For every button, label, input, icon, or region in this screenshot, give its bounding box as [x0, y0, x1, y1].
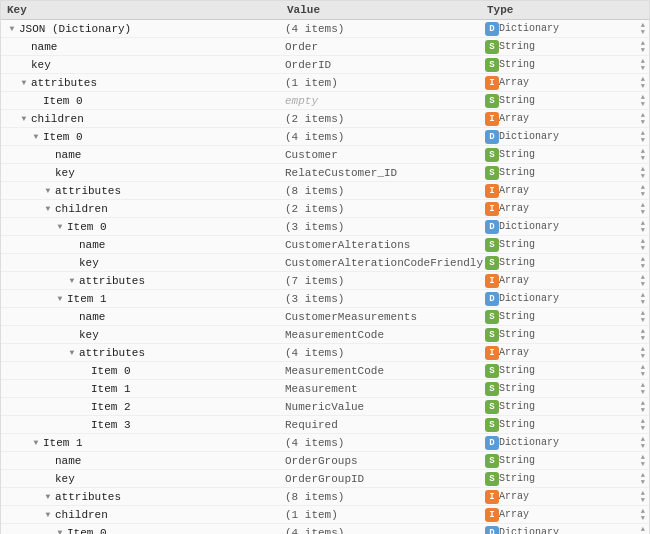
stepper[interactable]: ▲▼ [641, 58, 645, 72]
type-cell-inner: SString▲▼ [485, 166, 649, 180]
value-cell: CustomerAlterationCodeFriendly [281, 257, 481, 269]
type-cell: SString▲▼ [481, 454, 649, 468]
stepper-down[interactable]: ▼ [641, 245, 645, 252]
stepper-down[interactable]: ▼ [641, 461, 645, 468]
stepper[interactable]: ▲▼ [641, 436, 645, 450]
expand-icon[interactable]: ▼ [31, 438, 41, 448]
type-label: Dictionary [499, 131, 559, 142]
stepper[interactable]: ▲▼ [641, 112, 645, 126]
stepper[interactable]: ▲▼ [641, 238, 645, 252]
expand-icon[interactable]: ▼ [55, 222, 65, 232]
stepper-down[interactable]: ▼ [641, 281, 645, 288]
stepper[interactable]: ▲▼ [641, 166, 645, 180]
stepper-down[interactable]: ▼ [641, 443, 645, 450]
key-cell: Item 1 [1, 383, 281, 395]
expand-icon[interactable]: ▼ [43, 186, 53, 196]
stepper[interactable]: ▲▼ [641, 310, 645, 324]
expand-icon[interactable]: ▼ [43, 204, 53, 214]
stepper-down[interactable]: ▼ [641, 155, 645, 162]
stepper[interactable]: ▲▼ [641, 148, 645, 162]
expand-icon[interactable]: ▼ [7, 24, 17, 34]
stepper[interactable]: ▲▼ [641, 274, 645, 288]
table-row: ▼Item 1(3 items)DDictionary▲▼ [1, 290, 649, 308]
stepper[interactable]: ▲▼ [641, 382, 645, 396]
stepper[interactable]: ▲▼ [641, 256, 645, 270]
type-cell-inner: SString▲▼ [485, 58, 649, 72]
stepper-down[interactable]: ▼ [641, 83, 645, 90]
stepper-down[interactable]: ▼ [641, 191, 645, 198]
expand-icon[interactable]: ▼ [31, 132, 41, 142]
stepper-down[interactable]: ▼ [641, 353, 645, 360]
stepper-down[interactable]: ▼ [641, 497, 645, 504]
expand-icon[interactable]: ▼ [67, 348, 77, 358]
expand-icon[interactable]: ▼ [55, 294, 65, 304]
table-row: ▼children(1 item)IArray▲▼ [1, 506, 649, 524]
type-badge: S [485, 328, 499, 342]
stepper[interactable]: ▲▼ [641, 454, 645, 468]
type-label: String [499, 419, 535, 430]
expand-icon[interactable]: ▼ [43, 492, 53, 502]
key-label: Item 0 [91, 365, 131, 377]
stepper-down[interactable]: ▼ [641, 65, 645, 72]
stepper[interactable]: ▲▼ [641, 526, 645, 535]
stepper[interactable]: ▲▼ [641, 418, 645, 432]
key-cell: ▼Item 0 [1, 527, 281, 535]
type-cell: DDictionary▲▼ [481, 292, 649, 306]
expand-icon[interactable]: ▼ [55, 528, 65, 535]
stepper[interactable]: ▲▼ [641, 202, 645, 216]
stepper[interactable]: ▲▼ [641, 346, 645, 360]
type-cell-inner: SString▲▼ [485, 40, 649, 54]
stepper[interactable]: ▲▼ [641, 40, 645, 54]
stepper[interactable]: ▲▼ [641, 508, 645, 522]
stepper-down[interactable]: ▼ [641, 47, 645, 54]
expand-icon[interactable]: ▼ [19, 114, 29, 124]
key-label: key [79, 257, 99, 269]
stepper[interactable]: ▲▼ [641, 130, 645, 144]
key-cell: key [1, 329, 281, 341]
stepper-down[interactable]: ▼ [641, 263, 645, 270]
stepper-down[interactable]: ▼ [641, 101, 645, 108]
stepper-down[interactable]: ▼ [641, 425, 645, 432]
key-cell: ▼children [1, 203, 281, 215]
stepper-down[interactable]: ▼ [641, 407, 645, 414]
stepper-down[interactable]: ▼ [641, 173, 645, 180]
stepper[interactable]: ▲▼ [641, 220, 645, 234]
expand-icon[interactable]: ▼ [43, 510, 53, 520]
stepper-down[interactable]: ▼ [641, 209, 645, 216]
stepper-down[interactable]: ▼ [641, 137, 645, 144]
expand-icon[interactable]: ▼ [19, 78, 29, 88]
stepper[interactable]: ▲▼ [641, 328, 645, 342]
stepper[interactable]: ▲▼ [641, 364, 645, 378]
type-badge: S [485, 148, 499, 162]
stepper[interactable]: ▲▼ [641, 472, 645, 486]
type-badge: D [485, 220, 499, 234]
header-row: Key Value Type [1, 1, 649, 20]
key-label: children [55, 509, 108, 521]
stepper[interactable]: ▲▼ [641, 184, 645, 198]
stepper[interactable]: ▲▼ [641, 22, 645, 36]
stepper[interactable]: ▲▼ [641, 400, 645, 414]
stepper-down[interactable]: ▼ [641, 119, 645, 126]
key-cell: ▼Item 1 [1, 437, 281, 449]
type-cell: IArray▲▼ [481, 346, 649, 360]
stepper-down[interactable]: ▼ [641, 227, 645, 234]
key-label: key [55, 473, 75, 485]
expand-icon[interactable]: ▼ [67, 276, 77, 286]
stepper-down[interactable]: ▼ [641, 335, 645, 342]
type-label: Dictionary [499, 293, 559, 304]
stepper[interactable]: ▲▼ [641, 94, 645, 108]
key-label: name [79, 311, 105, 323]
type-label: Array [499, 185, 529, 196]
stepper-down[interactable]: ▼ [641, 389, 645, 396]
stepper-down[interactable]: ▼ [641, 299, 645, 306]
stepper-down[interactable]: ▼ [641, 479, 645, 486]
table-row: Item 1MeasurementSString▲▼ [1, 380, 649, 398]
stepper-down[interactable]: ▼ [641, 317, 645, 324]
stepper[interactable]: ▲▼ [641, 490, 645, 504]
type-badge: S [485, 382, 499, 396]
stepper-down[interactable]: ▼ [641, 515, 645, 522]
stepper[interactable]: ▲▼ [641, 292, 645, 306]
stepper[interactable]: ▲▼ [641, 76, 645, 90]
stepper-down[interactable]: ▼ [641, 29, 645, 36]
stepper-down[interactable]: ▼ [641, 371, 645, 378]
